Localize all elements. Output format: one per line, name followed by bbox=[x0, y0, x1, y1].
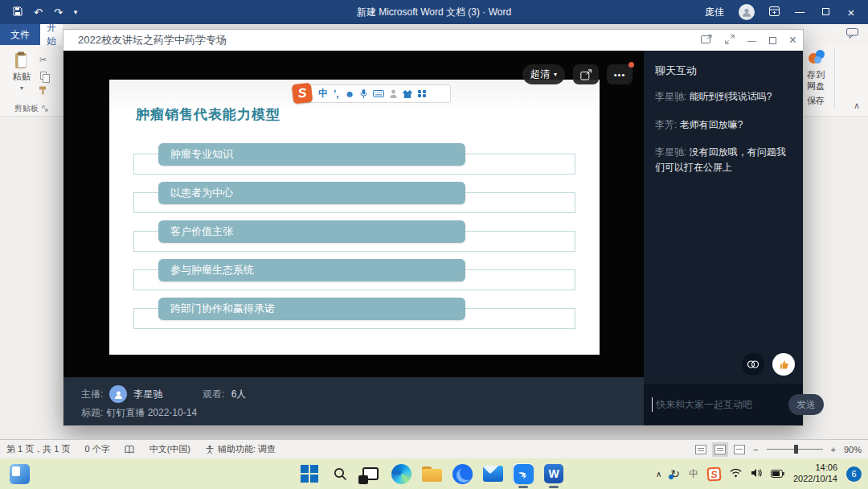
proofing-icon[interactable] bbox=[125, 445, 135, 454]
chat-panel: 聊天互动 李星驰: 能听到到我说话吗? 李芳: 老师有回放嘛? 李星驰: 没有回… bbox=[644, 51, 803, 425]
fullscreen-icon[interactable] bbox=[725, 35, 735, 47]
windows-logo-icon bbox=[301, 465, 318, 483]
quality-selector[interactable]: 超清 ▾ bbox=[522, 64, 565, 84]
accessibility-status[interactable]: 辅助功能: 调查 bbox=[205, 443, 276, 455]
slide-title: 肿瘤销售代表能力模型 bbox=[136, 105, 280, 124]
cut-icon[interactable]: ✂ bbox=[39, 55, 47, 65]
dingtalk-button[interactable] bbox=[513, 463, 534, 484]
chat-input-row: 发送 bbox=[644, 384, 803, 425]
zoom-percentage[interactable]: 90% bbox=[844, 445, 862, 454]
print-layout-icon[interactable] bbox=[714, 445, 726, 454]
clock[interactable]: 14:06 2022/10/14 bbox=[793, 462, 837, 485]
tab-home[interactable]: 开始 bbox=[40, 24, 63, 45]
live-video-area[interactable]: S 中 ’, ☻ bbox=[63, 51, 644, 425]
word-count[interactable]: 0 个字 bbox=[84, 443, 109, 455]
host-name: 李星驰 bbox=[133, 388, 162, 401]
notification-count-badge[interactable]: 6 bbox=[846, 466, 862, 482]
netdisk-addin-icon[interactable] bbox=[809, 50, 826, 66]
stream-title: 钉钉直播 2022-10-14 bbox=[106, 406, 197, 420]
start-button[interactable] bbox=[299, 463, 320, 484]
ime-skin-icon[interactable] bbox=[403, 90, 412, 98]
comments-icon[interactable] bbox=[846, 27, 858, 42]
language-indicator[interactable]: 中文(中国) bbox=[149, 443, 190, 455]
search-button[interactable] bbox=[330, 463, 350, 484]
qat-customize-button[interactable]: ▾ bbox=[74, 8, 78, 16]
capability-row: 跨部门协作和赢得承诺 bbox=[133, 298, 575, 331]
redo-button[interactable]: ↷ bbox=[54, 6, 63, 18]
format-painter-icon[interactable] bbox=[39, 86, 47, 97]
ime-voice-icon[interactable] bbox=[360, 89, 367, 99]
webinar-window-title: 2022校友讲坛之药学中药学专场 bbox=[78, 33, 227, 47]
ime-toolbox-icon[interactable] bbox=[418, 90, 426, 98]
share-link-button[interactable] bbox=[742, 353, 764, 376]
ribbon-tab-row-right bbox=[804, 24, 868, 45]
webinar-close-button[interactable]: × bbox=[789, 33, 796, 47]
browser-button[interactable] bbox=[452, 463, 473, 484]
wifi-icon[interactable] bbox=[730, 466, 742, 481]
ime-language-toggle[interactable]: 中 bbox=[318, 87, 328, 101]
sogou-logo-icon[interactable]: S bbox=[292, 83, 313, 104]
save-icon[interactable] bbox=[13, 6, 23, 18]
undo-button[interactable]: ↶ bbox=[34, 6, 43, 18]
file-explorer-button[interactable] bbox=[421, 463, 442, 484]
ime-punctuation-icon[interactable]: ’, bbox=[334, 88, 339, 100]
folder-icon bbox=[422, 466, 442, 482]
tray-time: 14:06 bbox=[793, 462, 837, 474]
ime-emoji-icon[interactable]: ☻ bbox=[345, 88, 355, 100]
mail-icon bbox=[483, 466, 503, 482]
word-restore-button[interactable] bbox=[820, 6, 831, 18]
page-indicator[interactable]: 第 1 页，共 1 页 bbox=[6, 443, 70, 455]
paste-dropdown-icon[interactable]: ▾ bbox=[20, 84, 23, 92]
battery-icon[interactable] bbox=[771, 466, 784, 481]
word-document-area-right bbox=[804, 117, 868, 439]
zoom-out-button[interactable]: − bbox=[753, 445, 758, 454]
ribbon-tab-row: 文件 开始 bbox=[0, 24, 63, 45]
word-close-button[interactable]: × bbox=[845, 6, 857, 19]
chat-header: 聊天互动 bbox=[644, 51, 803, 86]
widgets-icon[interactable] bbox=[10, 464, 30, 484]
cast-screen-button[interactable] bbox=[573, 64, 599, 84]
chat-message-list[interactable]: 李星驰: 能听到到我说话吗? 李芳: 老师有回放嘛? 李星驰: 没有回放哦，有问… bbox=[644, 86, 803, 191]
mini-window-icon[interactable] bbox=[701, 35, 712, 47]
chat-message-text: 能听到到我说话吗? bbox=[690, 91, 772, 102]
webinar-titlebar[interactable]: 2022校友讲坛之药学中药学专场 — × bbox=[63, 30, 803, 51]
word-status-bar: 第 1 页，共 1 页 0 个字 中文(中国) 辅助功能: 调查 − + 90% bbox=[0, 439, 868, 458]
ribbon-display-options-icon[interactable] bbox=[769, 6, 780, 18]
collapse-ribbon-icon[interactable]: ∧ bbox=[854, 101, 860, 111]
sync-tray-icon[interactable]: ↻ bbox=[670, 467, 680, 480]
netdisk-save-label-line2: 网盘 bbox=[807, 80, 825, 92]
web-layout-icon[interactable] bbox=[734, 445, 745, 454]
edge-browser-button[interactable] bbox=[391, 463, 411, 484]
zoom-in-button[interactable]: + bbox=[831, 445, 836, 454]
webinar-maximize-button[interactable] bbox=[769, 35, 776, 47]
ellipsis-icon: ••• bbox=[614, 70, 626, 80]
word-minimize-button[interactable]: — bbox=[794, 6, 805, 18]
host-avatar[interactable] bbox=[109, 385, 127, 403]
task-view-button[interactable] bbox=[360, 463, 381, 484]
ime-account-icon[interactable] bbox=[390, 89, 397, 98]
volume-icon[interactable] bbox=[751, 466, 762, 481]
account-name[interactable]: 庞佳 bbox=[705, 6, 724, 19]
thumbs-up-button[interactable] bbox=[772, 353, 795, 376]
zoom-slider[interactable] bbox=[767, 449, 823, 450]
read-mode-icon[interactable] bbox=[695, 445, 706, 454]
tab-file[interactable]: 文件 bbox=[0, 24, 40, 45]
mail-button[interactable] bbox=[482, 463, 503, 484]
chat-sender-name: 李星驰: bbox=[655, 91, 690, 102]
chevron-down-icon: ▾ bbox=[554, 71, 557, 78]
ime-keyboard-icon[interactable] bbox=[373, 90, 384, 97]
chat-input[interactable] bbox=[652, 397, 782, 412]
word-app-button[interactable]: W bbox=[543, 463, 564, 484]
account-avatar[interactable] bbox=[739, 4, 755, 20]
clipboard-dialog-launcher-icon[interactable] bbox=[42, 105, 48, 113]
ime-mode-tray-icon[interactable]: 中 bbox=[689, 467, 698, 481]
webinar-minimize-button[interactable]: — bbox=[747, 35, 756, 45]
zoom-slider-handle[interactable] bbox=[794, 445, 798, 454]
sogou-tray-icon[interactable]: S bbox=[706, 466, 721, 481]
copy-icon[interactable] bbox=[40, 72, 47, 80]
send-button[interactable]: 发送 bbox=[788, 394, 824, 415]
paste-button[interactable]: 粘贴 ▾ bbox=[8, 51, 35, 109]
tray-chevron-icon[interactable]: ∧ bbox=[656, 470, 661, 479]
more-options-button[interactable]: ••• bbox=[607, 64, 633, 84]
edge-icon bbox=[391, 464, 411, 484]
